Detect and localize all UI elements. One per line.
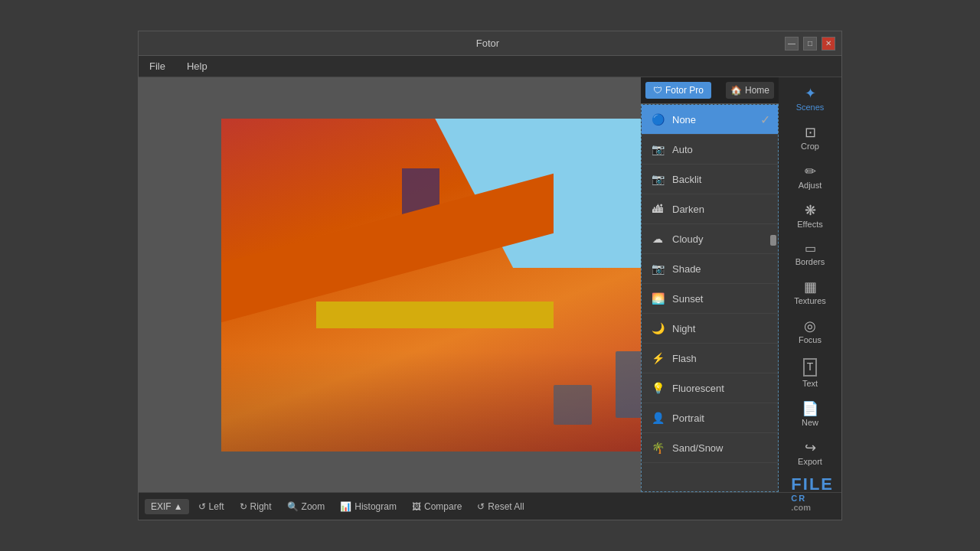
checkmark-icon: ✓ bbox=[760, 112, 770, 127]
shade-icon: 📷 bbox=[649, 260, 666, 277]
night-icon: 🌙 bbox=[649, 320, 666, 337]
item-label: Auto bbox=[672, 144, 693, 155]
borders-tool-label: Borders bbox=[795, 257, 825, 266]
zoom-button[interactable]: 🔍 Zoom bbox=[281, 499, 332, 514]
crop-tool-icon: ⊡ bbox=[805, 126, 816, 139]
file-menu[interactable]: File bbox=[145, 59, 170, 73]
watermark: FILECR .com bbox=[791, 475, 834, 512]
list-item[interactable]: 📷 Backlit bbox=[642, 165, 778, 194]
app-title: Fotor bbox=[191, 37, 785, 49]
list-item[interactable]: ☁ Cloudy bbox=[642, 224, 778, 254]
sunset-icon: 🌅 bbox=[649, 290, 666, 307]
effects-tool-label: Effects bbox=[797, 220, 822, 229]
home-icon: 🏠 bbox=[730, 85, 742, 96]
rotate-left-button[interactable]: ↺ Left bbox=[192, 499, 230, 514]
reset-icon: ↺ bbox=[477, 501, 485, 512]
textures-tool[interactable]: ▦ Textures bbox=[779, 274, 841, 311]
rotate-right-label: Right bbox=[250, 501, 272, 512]
list-item[interactable]: 🌅 Sunset bbox=[642, 284, 778, 314]
flash-icon: ⚡ bbox=[649, 350, 666, 367]
rotate-right-button[interactable]: ↻ Right bbox=[234, 499, 278, 514]
item-label: Backlit bbox=[672, 174, 701, 185]
rotate-left-label: Left bbox=[209, 501, 224, 512]
text-tool-icon: T bbox=[803, 358, 818, 377]
right-tools-panel: ✦ Scenes ⊡ Crop ✏ Adjust ❋ Effects ▭ Bor… bbox=[779, 77, 841, 492]
export-tool-label: Export bbox=[798, 457, 822, 466]
item-label: Darken bbox=[672, 204, 704, 215]
text-tool[interactable]: T Text bbox=[779, 352, 841, 394]
top-action-bar: 🛡 Fotor Pro 🏠 Home bbox=[641, 77, 779, 104]
rotate-left-icon: ↺ bbox=[198, 501, 206, 512]
compare-label: Compare bbox=[424, 501, 462, 512]
item-label: Fluorescent bbox=[672, 383, 724, 394]
list-item[interactable]: 📷 Auto bbox=[642, 135, 778, 165]
adjust-tool-label: Adjust bbox=[799, 181, 822, 190]
new-tool-icon: 📄 bbox=[802, 402, 818, 416]
portrait-icon: 👤 bbox=[649, 409, 666, 426]
text-tool-label: Text bbox=[802, 379, 818, 388]
menu-bar: File Help bbox=[139, 56, 841, 77]
item-label: Sand/Snow bbox=[672, 442, 724, 454]
item-label: Night bbox=[672, 323, 695, 334]
reset-all-button[interactable]: ↺ Reset All bbox=[471, 499, 530, 514]
maximize-button[interactable]: □ bbox=[803, 37, 817, 51]
borders-tool[interactable]: ▭ Borders bbox=[779, 236, 841, 272]
minimize-button[interactable]: — bbox=[785, 37, 799, 51]
textures-tool-label: Textures bbox=[794, 296, 826, 305]
app-window: Fotor — □ ✕ File Help bbox=[138, 31, 842, 520]
item-label: Portrait bbox=[672, 412, 704, 424]
help-menu[interactable]: Help bbox=[182, 59, 212, 73]
rotate-right-icon: ↻ bbox=[240, 501, 247, 512]
adjust-tool[interactable]: ✏ Adjust bbox=[779, 158, 841, 196]
item-label: Cloudy bbox=[672, 233, 703, 245]
list-item[interactable]: 📷 Shade bbox=[642, 254, 778, 284]
none-icon: 🔵 bbox=[649, 111, 666, 128]
list-item[interactable]: 🏙 Darken bbox=[642, 194, 778, 224]
main-content: 🛡 Fotor Pro 🏠 Home 🔵 None ✓ 📷 A bbox=[139, 77, 841, 492]
cloudy-icon: ☁ bbox=[649, 230, 666, 247]
compare-icon: 🖼 bbox=[412, 501, 421, 512]
export-tool[interactable]: ↪ Export bbox=[779, 435, 841, 472]
window-controls: — □ ✕ bbox=[785, 37, 835, 51]
list-item[interactable]: 🌴 Sand/Snow bbox=[642, 433, 778, 463]
fotor-pro-label: Fotor Pro bbox=[665, 85, 704, 96]
focus-tool-label: Focus bbox=[799, 335, 822, 344]
adjust-tool-icon: ✏ bbox=[805, 165, 816, 178]
compare-button[interactable]: 🖼 Compare bbox=[406, 499, 468, 514]
histogram-icon: 📊 bbox=[340, 501, 351, 512]
exif-button[interactable]: EXIF ▲ bbox=[145, 499, 189, 514]
item-label: Sunset bbox=[672, 293, 703, 305]
borders-tool-icon: ▭ bbox=[805, 243, 816, 255]
textures-tool-icon: ▦ bbox=[804, 280, 817, 294]
scroll-indicator bbox=[770, 235, 776, 246]
scenes-tool-icon: ✦ bbox=[805, 86, 816, 100]
list-item[interactable]: ⚡ Flash bbox=[642, 344, 778, 373]
image-preview bbox=[221, 119, 696, 452]
list-item[interactable]: 💡 Fluorescent bbox=[642, 373, 778, 403]
scenes-tool[interactable]: ✦ Scenes bbox=[779, 80, 841, 118]
list-item[interactable]: 🔵 None ✓ bbox=[642, 105, 778, 135]
scenes-tool-label: Scenes bbox=[796, 103, 825, 112]
new-tool[interactable]: 📄 New bbox=[779, 396, 841, 433]
list-item[interactable]: 🌙 Night bbox=[642, 314, 778, 344]
bottom-bar: EXIF ▲ ↺ Left ↻ Right 🔍 Zoom 📊 Histogram… bbox=[139, 492, 841, 520]
focus-tool[interactable]: ◎ Focus bbox=[779, 313, 841, 350]
histogram-label: Histogram bbox=[354, 501, 397, 512]
title-bar: Fotor — □ ✕ bbox=[139, 31, 841, 56]
list-item[interactable]: 👤 Portrait bbox=[642, 403, 778, 433]
histogram-button[interactable]: 📊 Histogram bbox=[334, 499, 403, 514]
export-tool-icon: ↪ bbox=[805, 441, 816, 455]
scenes-list: 🔵 None ✓ 📷 Auto 📷 Backlit 🏙 Darken bbox=[641, 104, 779, 492]
fluorescent-icon: 💡 bbox=[649, 380, 666, 396]
effects-tool[interactable]: ❋ Effects bbox=[779, 197, 841, 235]
zoom-icon: 🔍 bbox=[287, 501, 299, 512]
auto-icon: 📷 bbox=[649, 141, 666, 158]
home-button[interactable]: 🏠 Home bbox=[726, 82, 774, 99]
close-button[interactable]: ✕ bbox=[822, 37, 835, 51]
scenes-panel: 🛡 Fotor Pro 🏠 Home 🔵 None ✓ 📷 A bbox=[641, 77, 779, 492]
item-label: None bbox=[672, 114, 696, 126]
fotor-pro-button[interactable]: 🛡 Fotor Pro bbox=[645, 82, 711, 99]
crop-tool[interactable]: ⊡ Crop bbox=[779, 119, 841, 157]
exif-arrow-icon: ▲ bbox=[174, 501, 183, 512]
exif-label: EXIF bbox=[151, 501, 172, 512]
